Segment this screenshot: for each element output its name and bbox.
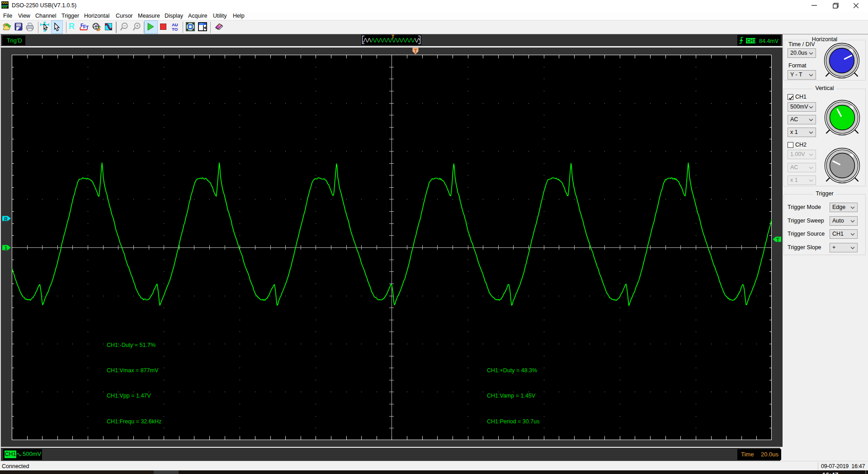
svg-text:CH1:Vmax = 877mV: CH1:Vmax = 877mV — [107, 367, 159, 374]
svg-text:R: R — [4, 216, 8, 222]
svg-text:T: T — [392, 34, 395, 39]
svg-text:CH1:Vamp = 1.45V: CH1:Vamp = 1.45V — [487, 393, 536, 399]
svg-text:CH1:Period = 30.7us: CH1:Period = 30.7us — [487, 418, 539, 425]
svg-text:CH1:+Duty = 48.3%: CH1:+Duty = 48.3% — [487, 367, 537, 374]
svg-text:CH1:-Duty = 51.7%: CH1:-Duty = 51.7% — [107, 342, 156, 348]
svg-text:Trig'D: Trig'D — [7, 37, 22, 44]
svg-text:CH1:Frequ = 32.6kHz: CH1:Frequ = 32.6kHz — [107, 418, 161, 425]
svg-text:T: T — [86, 25, 89, 30]
svg-text:1: 1 — [5, 245, 7, 251]
svg-text:TO: TO — [172, 27, 178, 31]
svg-text:CH1: CH1 — [747, 38, 756, 43]
svg-text:T: T — [776, 237, 779, 242]
svg-text:84.4mV: 84.4mV — [759, 38, 779, 44]
svg-text:T: T — [414, 48, 418, 54]
svg-text:?: ? — [218, 24, 221, 28]
svg-text:CH1:Vpp = 1.47V: CH1:Vpp = 1.47V — [107, 393, 151, 399]
